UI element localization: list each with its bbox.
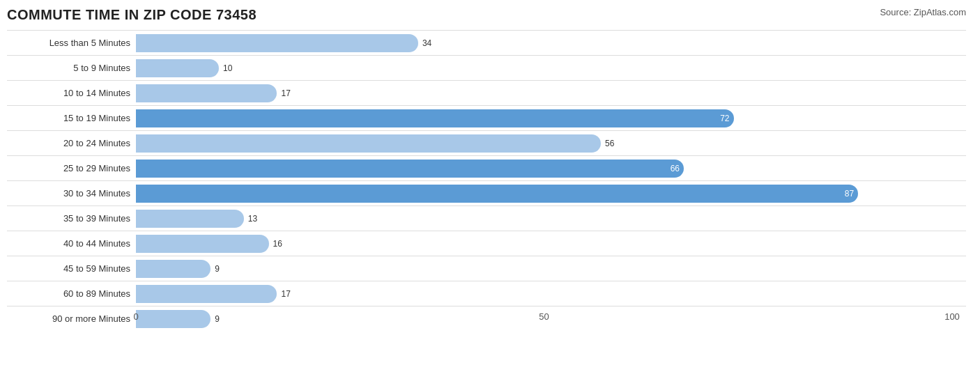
bar-fill: 87 [136, 185, 858, 203]
bar-fill [136, 260, 210, 278]
bar-value: 56 [605, 139, 614, 148]
bar-row: 5 to 9 Minutes10 [7, 55, 966, 80]
bar-track: 66 [136, 160, 966, 178]
bar-value: 10 [223, 63, 232, 73]
bar-value: 72 [720, 114, 729, 123]
x-tick: 50 [539, 311, 549, 322]
bar-value: 66 [671, 164, 680, 173]
bar-fill [136, 34, 418, 52]
source-label: Source: ZipAtlas.com [880, 7, 966, 17]
bar-row: 60 to 89 Minutes17 [7, 281, 966, 306]
bar-fill [136, 84, 277, 102]
bar-row: Less than 5 Minutes34 [7, 30, 966, 55]
bar-row: 40 to 44 Minutes16 [7, 231, 966, 256]
bar-value: 17 [281, 88, 290, 98]
bar-label: 60 to 89 Minutes [7, 288, 136, 299]
bar-row: 10 to 14 Minutes17 [7, 80, 966, 105]
bar-row: 35 to 39 Minutes13 [7, 205, 966, 231]
x-tick: 100 [944, 311, 960, 322]
bar-row: 20 to 24 Minutes56 [7, 130, 966, 155]
bar-track: 9 [136, 260, 966, 278]
bar-label: 5 to 9 Minutes [7, 63, 136, 73]
bar-label: 20 to 24 Minutes [7, 138, 136, 148]
chart-title: COMMUTE TIME IN ZIP CODE 73458 [7, 7, 966, 23]
bar-track: 17 [136, 84, 966, 102]
bar-track: 87 [136, 185, 966, 203]
bar-fill [136, 210, 244, 228]
bar-track: 10 [136, 59, 966, 77]
bar-label: 35 to 39 Minutes [7, 213, 136, 224]
bar-value: 16 [273, 239, 282, 249]
bar-value: 13 [248, 214, 257, 224]
bar-row: 30 to 34 Minutes87 [7, 180, 966, 205]
bar-label: 10 to 14 Minutes [7, 88, 136, 98]
bar-track: 13 [136, 210, 966, 228]
bar-fill [136, 59, 219, 77]
bar-fill: 72 [136, 109, 734, 127]
x-axis: 050100 [136, 311, 952, 329]
bar-row: 25 to 29 Minutes66 [7, 155, 966, 180]
bar-track: 34 [136, 34, 966, 52]
bar-label: 30 to 34 Minutes [7, 188, 136, 199]
x-tick: 0 [133, 311, 138, 322]
bar-track: 72 [136, 109, 966, 127]
bar-label: 90 or more Minutes [7, 313, 136, 324]
bar-value: 87 [845, 189, 854, 199]
bar-fill: 66 [136, 160, 684, 178]
bar-track: 16 [136, 235, 966, 253]
bar-track: 56 [136, 134, 966, 153]
bar-value: 9 [215, 264, 220, 274]
bar-track: 17 [136, 285, 966, 303]
bars-area: Less than 5 Minutes345 to 9 Minutes1010 … [7, 30, 966, 311]
bar-label: 25 to 29 Minutes [7, 163, 136, 173]
bar-fill [136, 235, 269, 253]
bar-row: 45 to 59 Minutes9 [7, 256, 966, 281]
chart-container: COMMUTE TIME IN ZIP CODE 73458 Source: Z… [0, 0, 980, 365]
bar-value: 34 [422, 38, 431, 48]
bar-value: 17 [281, 289, 290, 299]
bar-label: 15 to 19 Minutes [7, 113, 136, 123]
bar-label: Less than 5 Minutes [7, 38, 136, 48]
bar-fill [136, 285, 277, 303]
bar-row: 15 to 19 Minutes72 [7, 105, 966, 130]
bar-label: 45 to 59 Minutes [7, 263, 136, 274]
bar-fill [136, 134, 601, 153]
bar-label: 40 to 44 Minutes [7, 238, 136, 249]
